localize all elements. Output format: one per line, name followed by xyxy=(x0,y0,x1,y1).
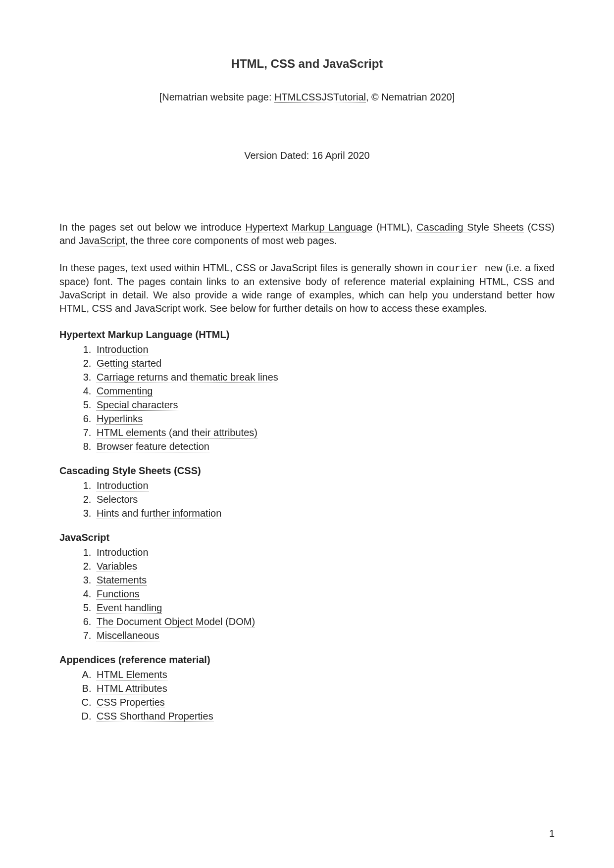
list-item: Variables xyxy=(94,559,555,573)
link-item[interactable]: Introduction xyxy=(97,547,149,558)
list-item: Special characters xyxy=(94,398,555,412)
link-item[interactable]: Selectors xyxy=(97,494,138,505)
link-item[interactable]: Functions xyxy=(97,588,140,600)
list-item: The Document Object Model (DOM) xyxy=(94,615,555,628)
css-list: Introduction Selectors Hints and further… xyxy=(94,479,555,520)
link-item[interactable]: The Document Object Model (DOM) xyxy=(97,616,255,627)
subtitle-link[interactable]: HTMLCSSJSTutorial xyxy=(274,92,366,103)
link-item[interactable]: Variables xyxy=(97,561,137,572)
page-number: 1 xyxy=(549,828,555,839)
intro1-text: , the three core components of most web … xyxy=(125,235,337,246)
list-item: Hyperlinks xyxy=(94,412,555,426)
intro-paragraph-2: In these pages, text used within HTML, C… xyxy=(59,261,555,315)
page-subtitle: [Nematrian website page: HTMLCSSJSTutori… xyxy=(59,92,555,103)
appendices-list: HTML Elements HTML Attributes CSS Proper… xyxy=(94,668,555,723)
list-item: HTML elements (and their attributes) xyxy=(94,426,555,439)
list-item: Statements xyxy=(94,573,555,587)
html-list: Introduction Getting started Carriage re… xyxy=(94,342,555,453)
link-item[interactable]: Event handling xyxy=(97,602,162,614)
javascript-list: Introduction Variables Statements Functi… xyxy=(94,545,555,642)
link-item[interactable]: Hyperlinks xyxy=(97,413,143,425)
list-item: Introduction xyxy=(94,342,555,356)
link-html[interactable]: Hypertext Markup Language xyxy=(246,222,373,233)
intro-paragraph-1: In the pages set out below we introduce … xyxy=(59,221,555,247)
intro2-text: In these pages, text used within HTML, C… xyxy=(59,262,437,273)
link-item[interactable]: CSS Shorthand Properties xyxy=(97,711,213,722)
link-item[interactable]: Introduction xyxy=(97,344,149,355)
section-heading-html: Hypertext Markup Language (HTML) xyxy=(59,329,555,340)
section-heading-javascript: JavaScript xyxy=(59,532,555,543)
list-item: Miscellaneous xyxy=(94,628,555,642)
subtitle-suffix: , © Nematrian 2020] xyxy=(366,92,455,102)
list-item: Browser feature detection xyxy=(94,439,555,453)
list-item: HTML Attributes xyxy=(94,681,555,695)
link-javascript[interactable]: JavaScript xyxy=(79,235,125,246)
list-item: HTML Elements xyxy=(94,668,555,681)
link-item[interactable]: HTML Attributes xyxy=(97,683,167,694)
link-item[interactable]: Getting started xyxy=(97,358,161,369)
version-date: Version Dated: 16 April 2020 xyxy=(59,150,555,161)
link-item[interactable]: Special characters xyxy=(97,399,178,411)
list-item: Introduction xyxy=(94,545,555,559)
link-item[interactable]: Statements xyxy=(97,575,147,586)
list-item: CSS Shorthand Properties xyxy=(94,709,555,723)
list-item: Commenting xyxy=(94,384,555,398)
list-item: Selectors xyxy=(94,492,555,506)
list-item: Getting started xyxy=(94,356,555,370)
section-heading-css: Cascading Style Sheets (CSS) xyxy=(59,465,555,477)
link-item[interactable]: Browser feature detection xyxy=(97,441,209,452)
list-item: CSS Properties xyxy=(94,695,555,709)
link-css[interactable]: Cascading Style Sheets xyxy=(416,222,524,233)
list-item: Hints and further information xyxy=(94,506,555,520)
list-item: Introduction xyxy=(94,479,555,492)
courier-new-sample: courier new xyxy=(437,263,503,274)
subtitle-prefix: [Nematrian website page: xyxy=(159,92,274,102)
link-item[interactable]: Carriage returns and thematic break line… xyxy=(97,372,278,383)
link-item[interactable]: Introduction xyxy=(97,480,149,491)
link-item[interactable]: Commenting xyxy=(97,386,153,397)
section-heading-appendices: Appendices (reference material) xyxy=(59,654,555,666)
list-item: Carriage returns and thematic break line… xyxy=(94,370,555,384)
link-item[interactable]: HTML elements (and their attributes) xyxy=(97,427,257,438)
page-title: HTML, CSS and JavaScript xyxy=(59,57,555,71)
link-item[interactable]: Hints and further information xyxy=(97,508,221,519)
list-item: Event handling xyxy=(94,601,555,615)
link-item[interactable]: Miscellaneous xyxy=(97,630,159,641)
list-item: Functions xyxy=(94,587,555,601)
link-item[interactable]: HTML Elements xyxy=(97,669,167,680)
intro1-text: (HTML), xyxy=(372,222,416,233)
link-item[interactable]: CSS Properties xyxy=(97,697,165,708)
intro1-text: In the pages set out below we introduce xyxy=(59,222,246,233)
